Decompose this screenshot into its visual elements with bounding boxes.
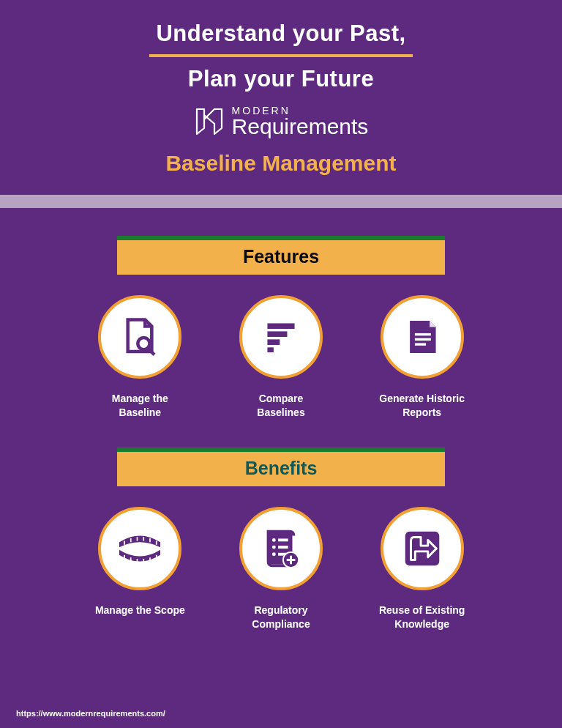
feature-label: Manage theBaseline [73,392,207,420]
features-title: Features [243,246,319,267]
benefits-title: Benefits [245,458,318,478]
feature-item: CompareBaselines [214,295,348,420]
feature-item: Manage theBaseline [73,295,207,420]
content: Features Manage theBaseline [0,236,562,631]
filter-bars-icon [261,317,301,357]
logo-mark-icon [194,106,225,137]
svg-rect-3 [267,331,287,337]
benefits-header-wrap: Benefits [73,447,489,486]
features-header: Features [117,240,445,275]
footer-url: https://www.modernrequirements.com/ [16,709,165,718]
benefit-label: Reuse of ExistingKnowledge [355,603,489,631]
compliance-checklist-icon [258,526,304,571]
svg-rect-7 [415,338,431,341]
benefit-circle [381,507,464,590]
logo-text: MODERN Requirements [232,105,369,138]
benefits-header: Benefits [117,452,445,486]
benefit-circle [98,507,181,590]
svg-rect-23 [278,538,288,541]
benefit-item: Reuse of ExistingKnowledge [355,507,489,631]
title-line-2: Plan your Future [0,66,562,92]
divider-bar [0,195,562,208]
reuse-arrow-icon [400,526,445,571]
feature-label: Generate HistoricReports [355,392,489,420]
feature-circle [239,295,323,379]
document-search-icon [119,316,161,358]
feature-label: CompareBaselines [214,392,348,420]
features-row: Manage theBaseline CompareBaselines [73,295,489,420]
title-line-1: Understand your Past, [0,21,562,47]
benefit-item: RegulatoryCompliance [214,507,348,631]
svg-rect-6 [415,333,431,335]
logo: MODERN Requirements [0,105,562,138]
svg-point-22 [272,538,276,542]
measuring-tape-icon [114,526,165,571]
features-header-wrap: Features [73,236,489,275]
benefit-label: Manage the Scope [73,603,207,617]
logo-requirements: Requirements [232,116,369,138]
feature-circle [381,295,464,379]
subtitle: Baseline Management [0,151,562,176]
benefits-row: Manage the Scope [73,507,489,631]
svg-point-24 [272,545,276,549]
title-underline [149,54,413,57]
svg-point-26 [272,552,276,556]
svg-rect-5 [267,347,273,352]
benefit-item: Manage the Scope [73,507,207,631]
feature-circle [98,295,181,379]
svg-rect-25 [278,546,288,549]
feature-item: Generate HistoricReports [355,295,489,420]
svg-rect-4 [267,339,280,345]
report-document-icon [402,316,442,358]
svg-rect-8 [415,343,426,345]
benefit-label: RegulatoryCompliance [214,603,348,631]
header: Understand your Past, Plan your Future M… [0,0,562,176]
svg-rect-2 [267,323,294,329]
svg-point-0 [138,338,150,349]
benefit-circle [239,507,323,590]
